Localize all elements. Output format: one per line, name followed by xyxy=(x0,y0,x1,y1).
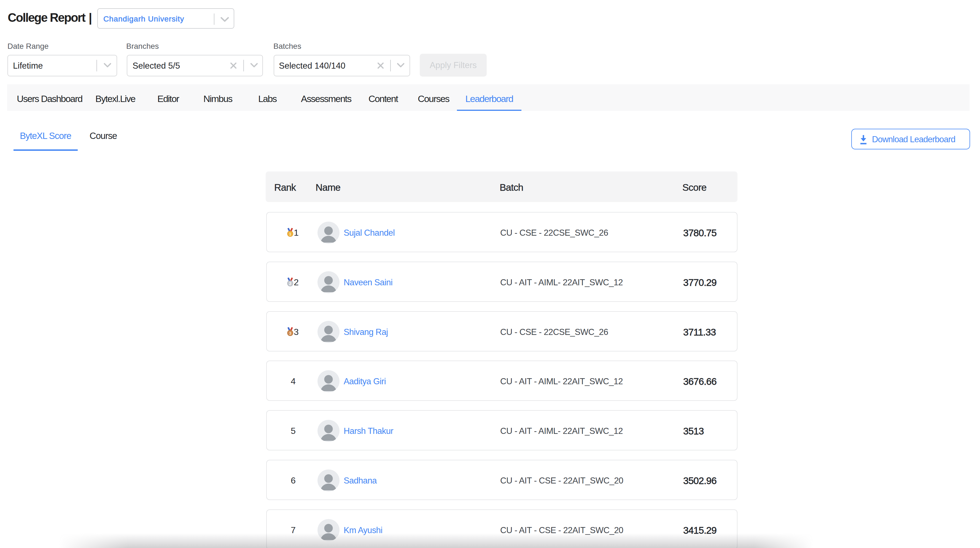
svg-text:3: 3 xyxy=(289,331,291,336)
svg-text:1: 1 xyxy=(289,232,291,236)
svg-text:2: 2 xyxy=(289,282,291,286)
